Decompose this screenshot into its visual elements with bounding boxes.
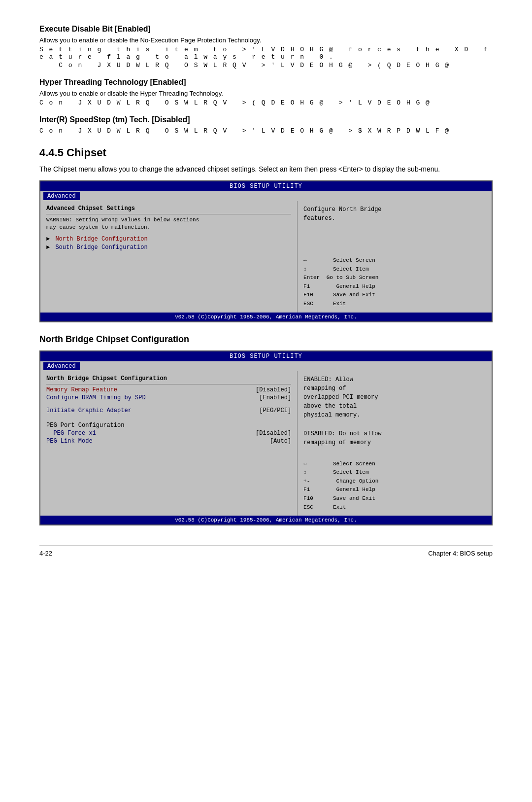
footer-chapter: Chapter 4: BIOS setup xyxy=(428,550,493,557)
key-help-row-item: ↕ Select Item xyxy=(303,468,486,477)
north-bridge-label: North Bridge Configuration xyxy=(55,236,147,243)
key-help-row-change: +- Change Option xyxy=(303,477,486,486)
peg-force-value: [Disabled] xyxy=(256,430,291,437)
disabled-desc: DISABLED: Do not allowremapping of memor… xyxy=(303,429,486,447)
dram-timing-row: Configure DRAM Timing by SPD [Enabled] xyxy=(46,394,291,401)
chipset-intro: The Chipset menu allows you to change th… xyxy=(39,164,493,174)
dram-timing-label: Configure DRAM Timing by SPD xyxy=(46,394,146,401)
graphic-adapter-label: Initiate Graphic Adapter xyxy=(46,407,132,414)
footer-page-number: 4-22 xyxy=(39,550,52,557)
execute-disable-section: Execute Disable Bit [Enabled] Allows you… xyxy=(39,25,493,69)
speedstep-title: Inter(R) SpeedStep (tm) Tech. [Disabled] xyxy=(39,115,493,124)
bios-key-help-1: ↔ Select Screen ↕ Select Item Enter Go t… xyxy=(303,256,486,309)
bios-left-panel-2: North Bridge Chipset Configuration Memor… xyxy=(40,371,298,516)
peg-force-label: PEG Force x1 xyxy=(46,430,96,437)
hyper-threading-title: Hyper Threading Technology [Enabled] xyxy=(39,78,493,87)
bios-content-2: North Bridge Chipset Configuration Memor… xyxy=(40,371,492,516)
key-help-row: Enter Go to Sub Screen xyxy=(303,274,486,282)
bios-section-title-1: Advanced Chipset Settings xyxy=(46,205,291,212)
bios-tab-bar-2: Advanced xyxy=(40,361,492,371)
arrow-icon-1: ► xyxy=(46,236,50,243)
key-help-row: F10 Save and Exit xyxy=(303,291,486,300)
execute-disable-desc: Allows you to enable or disable the No-E… xyxy=(39,36,493,44)
south-bridge-label: South Bridge Configuration xyxy=(55,244,147,251)
page-footer: 4-22 Chapter 4: BIOS setup xyxy=(39,545,493,557)
bios-right-desc-1: Configure North Bridgefeatures. xyxy=(303,205,486,223)
enabled-desc: ENABLED: Allowremapping ofoverlapped PCI… xyxy=(303,375,486,419)
bios-screen-2: BIOS SETUP UTILITY Advanced North Bridge… xyxy=(39,350,493,526)
chipset-heading: 4.4.5 Chipset xyxy=(39,146,493,159)
arrow-icon-2: ► xyxy=(46,244,50,251)
peg-link-label: PEG Link Mode xyxy=(46,438,93,445)
speedstep-mono: C o n J X U D W L R Q O S W L R Q V > ' … xyxy=(39,127,493,135)
bios-menu-north-bridge[interactable]: ► North Bridge Configuration xyxy=(46,236,291,243)
key-help-row-exit: ESC Exit xyxy=(303,503,486,512)
bios-top-bar-1: BIOS SETUP UTILITY xyxy=(40,181,492,191)
bios-top-bar-2: BIOS SETUP UTILITY xyxy=(40,351,492,361)
bios-tab-advanced-2: Advanced xyxy=(43,362,80,370)
key-help-row-help: F1 General Help xyxy=(303,486,486,494)
key-help-row: ↔ Select Screen xyxy=(303,256,486,265)
bios-right-panel-1: Configure North Bridgefeatures. ↔ Select… xyxy=(298,201,492,313)
bios-warning: WARNING: Setting wrong values in below s… xyxy=(46,216,291,232)
bios-footer-1: v02.58 (C)Copyright 1985-2006, American … xyxy=(40,313,492,321)
north-bridge-section: North Bridge Chipset Configuration BIOS … xyxy=(39,334,493,526)
bios-right-panel-2: ENABLED: Allowremapping ofoverlapped PCI… xyxy=(298,371,492,516)
spacer-2 xyxy=(46,415,291,419)
key-help-row: F1 General Help xyxy=(303,282,486,291)
peg-force-row: PEG Force x1 [Disabled] xyxy=(46,430,291,437)
execute-disable-title: Execute Disable Bit [Enabled] xyxy=(39,25,493,34)
key-help-row-screen: ↔ Select Screen xyxy=(303,460,486,469)
memory-remap-row: Memory Remap Feature [Disabled] xyxy=(46,386,291,393)
bios-section-title-2: North Bridge Chipset Configuration xyxy=(46,375,291,382)
bios-key-help-2: ↔ Select Screen ↕ Select Item +- Change … xyxy=(303,460,486,512)
key-help-row-save: F10 Save and Exit xyxy=(303,494,486,503)
bios-footer-2: v02.58 (C)Copyright 1985-2006, American … xyxy=(40,516,492,524)
bios-screen-1: BIOS SETUP UTILITY Advanced Advanced Chi… xyxy=(39,180,493,322)
bios-menu-south-bridge[interactable]: ► South Bridge Configuration xyxy=(46,244,291,251)
bios-content-1: Advanced Chipset Settings WARNING: Setti… xyxy=(40,201,492,313)
graphic-adapter-value: [PEG/PCI] xyxy=(259,407,291,414)
hyper-threading-section: Hyper Threading Technology [Enabled] All… xyxy=(39,78,493,106)
memory-remap-value: [Disabled] xyxy=(256,386,291,393)
spacer-desc xyxy=(303,425,486,429)
hyper-threading-desc: Allows you to enable or disable the Hype… xyxy=(39,90,493,97)
peg-link-row: PEG Link Mode [Auto] xyxy=(46,438,291,445)
key-help-row: ↕ Select Item xyxy=(303,265,486,274)
bios-tab-bar-1: Advanced xyxy=(40,191,492,201)
peg-link-value: [Auto] xyxy=(270,438,291,445)
execute-disable-mono-1: S e t t i n g t h i s i t e m t o > ' L … xyxy=(39,46,493,61)
speedstep-section: Inter(R) SpeedStep (tm) Tech. [Disabled]… xyxy=(39,115,493,135)
peg-port-config: PEG Port Configuration PEG Force x1 [Dis… xyxy=(46,422,291,445)
dram-timing-value: [Enabled] xyxy=(259,394,291,401)
bios-tab-advanced-1: Advanced xyxy=(43,192,80,200)
peg-port-title: PEG Port Configuration xyxy=(46,422,291,429)
memory-remap-label: Memory Remap Feature xyxy=(46,386,117,393)
graphic-adapter-row: Initiate Graphic Adapter [PEG/PCI] xyxy=(46,407,291,414)
hyper-threading-mono: C o n J X U D W L R Q O S W L R Q V > ( … xyxy=(39,99,493,106)
north-bridge-heading: North Bridge Chipset Configuration xyxy=(39,334,493,345)
key-help-row: ESC Exit xyxy=(303,300,486,309)
spacer-1 xyxy=(46,402,291,406)
execute-disable-mono-2: C o n J X U D W L R Q O S W L R Q V > ' … xyxy=(39,62,493,69)
bios-left-panel-1: Advanced Chipset Settings WARNING: Setti… xyxy=(40,201,298,313)
chipset-section: 4.4.5 Chipset The Chipset menu allows yo… xyxy=(39,146,493,322)
